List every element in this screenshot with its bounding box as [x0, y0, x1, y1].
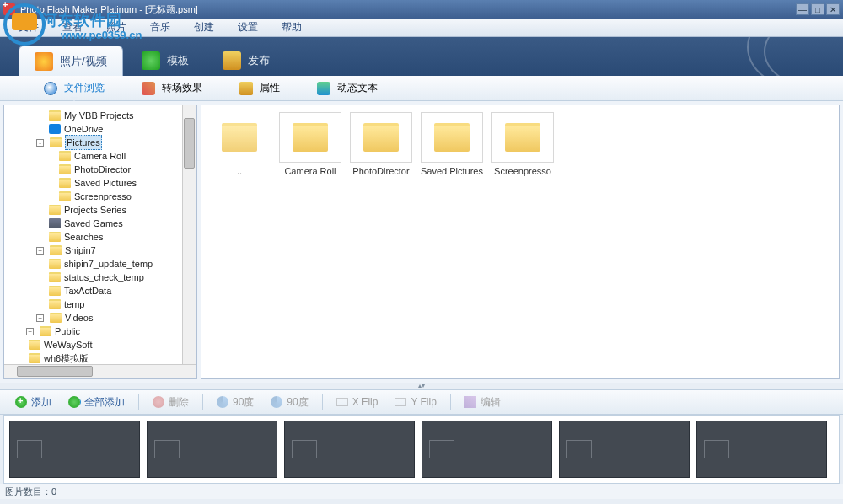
tree-row[interactable]: +Videos — [6, 311, 180, 324]
photo-count-value: 0 — [51, 486, 56, 496]
photo-count-label: 图片数目： — [5, 485, 51, 498]
menu-item[interactable]: 文件 — [7, 20, 51, 35]
folder-icon — [50, 245, 62, 255]
tree-row[interactable]: Screenpresso — [6, 190, 180, 203]
expand-toggle[interactable]: + — [36, 314, 44, 322]
folder-item[interactable]: Screenpresso — [491, 112, 554, 176]
add-all-icon — [68, 396, 80, 408]
maximize-button[interactable]: □ — [811, 3, 824, 15]
tab-icon — [223, 51, 241, 70]
folder-icon — [363, 123, 399, 152]
folder-tree-pane: My VBB ProjectsOneDrive-PicturesCamera R… — [3, 105, 197, 379]
rotate-cw-button[interactable]: 90度 — [264, 393, 314, 411]
folder-item[interactable]: .. — [208, 112, 271, 176]
menu-item[interactable]: 设置 — [226, 20, 270, 35]
folder-icon — [49, 259, 61, 269]
status-bar: 图片数目：0 — [0, 484, 843, 499]
filmstrip — [3, 415, 840, 484]
tree-row[interactable]: Saved Pictures — [6, 176, 180, 190]
folder-tree[interactable]: My VBB ProjectsOneDrive-PicturesCamera R… — [4, 105, 182, 364]
menu-item[interactable]: 音乐 — [138, 20, 182, 35]
main-tab[interactable]: 照片/视频 — [19, 46, 123, 76]
tree-row[interactable]: Camera Roll — [6, 149, 180, 163]
tree-row[interactable]: Saved Games — [6, 217, 180, 230]
folder-icon — [59, 178, 71, 188]
folder-icon — [29, 340, 40, 350]
add-icon — [15, 396, 27, 408]
folder-icon — [49, 272, 61, 282]
tree-scrollbar-horizontal[interactable] — [4, 364, 196, 378]
tree-row[interactable]: shipin7_update_temp — [6, 257, 180, 271]
tree-row[interactable]: TaxActData — [6, 284, 180, 298]
tree-row[interactable]: Searches — [6, 230, 180, 244]
add-button[interactable]: 添加 — [8, 393, 58, 411]
menu-item[interactable]: 创建 — [182, 20, 226, 35]
delete-button[interactable]: 删除 — [146, 393, 196, 411]
filmstrip-slot[interactable] — [284, 421, 415, 478]
edit-button[interactable]: 编辑 — [458, 393, 507, 411]
folder-icon — [49, 299, 61, 309]
main-tab[interactable]: 模板 — [126, 46, 204, 76]
tree-row[interactable]: wh6模拟版 — [6, 351, 180, 364]
folder-icon — [50, 137, 62, 147]
folder-item[interactable]: PhotoDirector — [350, 112, 412, 176]
filmstrip-slot[interactable] — [422, 421, 552, 478]
menu-item[interactable]: 照片 — [94, 20, 138, 35]
sub-tab[interactable]: 文件浏览 — [25, 76, 123, 100]
sub-tab[interactable]: 动态文本 — [298, 76, 396, 100]
folder-icon — [49, 286, 61, 296]
decorative-swoosh — [742, 37, 843, 76]
folder-item[interactable]: Saved Pictures — [421, 112, 483, 176]
folder-item[interactable]: Camera Roll — [279, 112, 341, 176]
add-all-button[interactable]: 全部添加 — [62, 393, 132, 411]
main-tab[interactable]: 发布 — [207, 46, 285, 76]
folder-grid: ..Camera RollPhotoDirectorSaved Pictures… — [208, 112, 832, 176]
expand-toggle[interactable]: + — [26, 328, 34, 335]
tab-icon — [35, 52, 53, 71]
resize-grip[interactable]: ▴▾ — [0, 383, 843, 389]
rotate-ccw-button[interactable]: 90度 — [210, 393, 260, 411]
rotate-ccw-icon — [217, 396, 228, 408]
menu-item[interactable]: 查看 — [51, 20, 94, 35]
tree-row[interactable]: +Public — [6, 324, 180, 338]
sub-tab-icon — [239, 82, 253, 95]
menu-bar: 文件查看照片音乐创建设置帮助 — [0, 19, 843, 37]
folder-icon — [50, 313, 62, 323]
rotate-cw-icon — [271, 396, 282, 408]
sub-tab[interactable]: 转场效果 — [123, 76, 221, 100]
folder-icon — [29, 353, 40, 363]
tree-row[interactable]: Projects Series — [6, 203, 180, 217]
folder-icon — [293, 123, 328, 152]
tree-scrollbar-vertical[interactable] — [182, 105, 196, 364]
x-flip-icon — [336, 398, 348, 406]
tree-row[interactable]: PhotoDirector — [6, 163, 180, 176]
folder-icon — [49, 124, 61, 134]
tree-row[interactable]: -Pictures — [6, 136, 180, 149]
filmstrip-slot[interactable] — [9, 421, 140, 478]
tree-row[interactable]: status_check_temp — [6, 271, 180, 284]
filmstrip-slot[interactable] — [559, 421, 690, 478]
tree-row[interactable]: My VBB Projects — [6, 109, 180, 122]
x-flip-button[interactable]: X Flip — [330, 393, 385, 411]
y-flip-button[interactable]: Y Flip — [388, 393, 443, 411]
folder-icon — [59, 191, 71, 201]
tree-row[interactable]: temp — [6, 298, 180, 311]
sub-tab[interactable]: 属性 — [221, 76, 298, 100]
filmstrip-slot[interactable] — [696, 421, 827, 478]
action-bar: 添加 全部添加 删除 90度 90度 X Flip Y Flip 编辑 — [0, 389, 843, 415]
filmstrip-slot[interactable] — [147, 421, 277, 478]
tree-row[interactable]: +Shipin7 — [6, 244, 180, 257]
menu-item[interactable]: 帮助 — [270, 20, 314, 35]
sub-tab-icon — [142, 82, 155, 95]
folder-icon — [222, 123, 257, 152]
expand-toggle[interactable]: - — [36, 139, 44, 147]
tree-row[interactable]: OneDrive — [6, 122, 180, 136]
tree-row[interactable]: WeWaySoft — [6, 338, 180, 351]
minimize-button[interactable]: — — [796, 3, 809, 15]
edit-icon — [464, 396, 476, 408]
expand-toggle[interactable]: + — [36, 247, 44, 255]
delete-icon — [153, 396, 164, 408]
close-button[interactable]: ✕ — [826, 3, 840, 15]
sub-tab-bar: 文件浏览转场效果属性动态文本 — [0, 76, 843, 101]
folder-icon — [49, 218, 61, 228]
